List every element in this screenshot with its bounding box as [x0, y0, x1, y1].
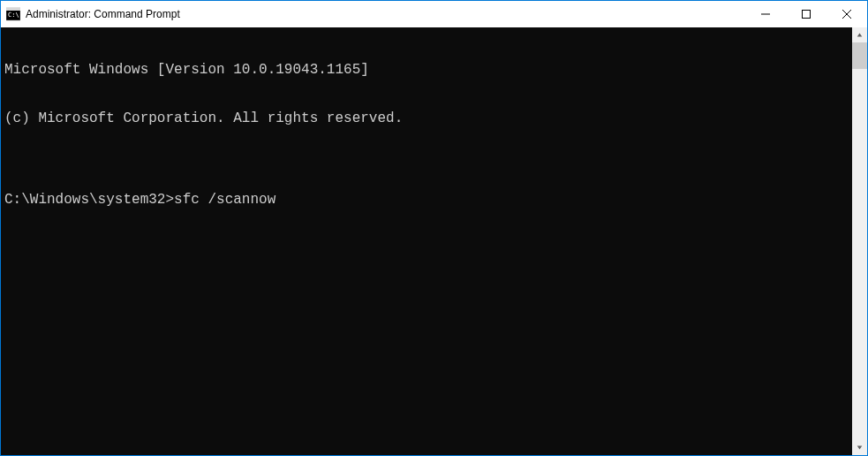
- titlebar[interactable]: C:\ Administrator: Command Prompt: [1, 1, 867, 27]
- maximize-button[interactable]: [786, 1, 826, 27]
- titlebar-controls: [745, 1, 867, 27]
- command-prompt-window: C:\ Administrator: Command Prompt Micros…: [0, 0, 868, 456]
- minimize-button[interactable]: [745, 1, 786, 27]
- close-button[interactable]: [826, 1, 867, 27]
- svg-text:C:\: C:\: [8, 11, 19, 19]
- scrollbar-thumb[interactable]: [852, 42, 867, 69]
- terminal-line: (c) Microsoft Corporation. All rights re…: [4, 110, 849, 126]
- terminal-command: sfc /scannow: [174, 192, 275, 208]
- terminal-line: Microsoft Windows [Version 10.0.19043.11…: [4, 62, 849, 78]
- content-area: Microsoft Windows [Version 10.0.19043.11…: [1, 27, 867, 455]
- svg-rect-4: [803, 11, 811, 19]
- cmd-icon: C:\: [6, 7, 20, 21]
- window-title: Administrator: Command Prompt: [26, 8, 180, 20]
- terminal-output[interactable]: Microsoft Windows [Version 10.0.19043.11…: [1, 27, 852, 455]
- titlebar-left: C:\ Administrator: Command Prompt: [6, 7, 180, 21]
- terminal-prompt-line: C:\Windows\system32>sfc /scannow: [4, 192, 849, 208]
- scrollbar-up-arrow[interactable]: [852, 27, 867, 42]
- scrollbar-down-arrow[interactable]: [852, 440, 867, 455]
- terminal-prompt: C:\Windows\system32>: [4, 192, 174, 208]
- vertical-scrollbar[interactable]: [852, 27, 867, 455]
- scrollbar-track[interactable]: [852, 42, 867, 440]
- svg-rect-1: [6, 8, 20, 11]
